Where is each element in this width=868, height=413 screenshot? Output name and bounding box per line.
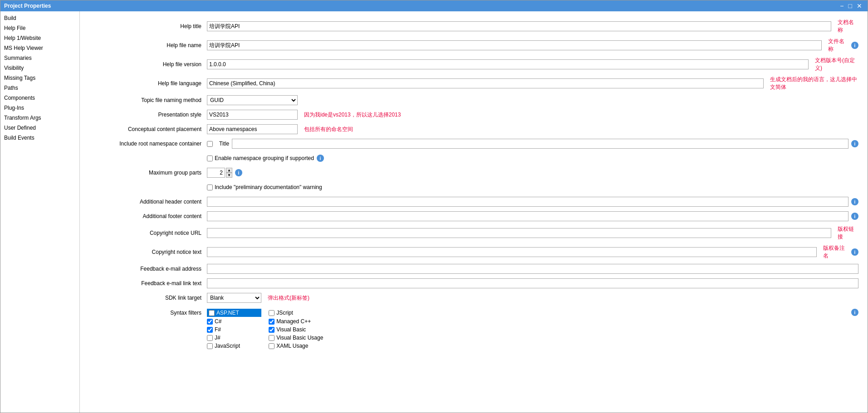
title-static-label: Title	[219, 141, 229, 147]
syntax-csharp-checkbox[interactable]	[207, 319, 213, 325]
sidebar-item-components[interactable]: Components	[0, 93, 79, 103]
include-preliminary-text: Include "preliminary documentation" warn…	[215, 184, 322, 190]
syntax-fsharp-checkbox[interactable]	[207, 327, 213, 333]
conceptual-placement-controls: 包括所有的命名空间	[207, 124, 858, 134]
syntax-xaml-usage-checkbox[interactable]	[269, 343, 275, 349]
help-file-version-input[interactable]	[207, 59, 809, 69]
sdk-link-target-controls: Blank Self Parent Top 弹出格式(新标签)	[207, 293, 858, 303]
help-file-name-row: Help file name 文件名称 i	[89, 38, 858, 53]
conceptual-placement-input[interactable]	[207, 124, 298, 134]
max-group-parts-row: Maximum group parts ▲ ▼ i	[89, 167, 858, 178]
minimize-button[interactable]: −	[838, 3, 845, 9]
sidebar-item-summaries[interactable]: Summaries	[0, 53, 79, 63]
enable-ns-grouping-checkbox[interactable]	[207, 155, 213, 161]
spinner-down-button[interactable]: ▼	[226, 173, 232, 178]
help-title-label: Help title	[89, 23, 207, 29]
include-preliminary-label: Include "preliminary documentation" warn…	[207, 184, 322, 190]
sidebar: Build Help File Help 1/Website MS Help V…	[0, 11, 80, 413]
maximize-button[interactable]: □	[847, 3, 854, 9]
sidebar-item-ms-help-viewer[interactable]: MS Help Viewer	[0, 43, 79, 53]
syntax-filters-label: Syntax filters	[89, 309, 207, 316]
syntax-aspnet-item: ASP.NET	[207, 309, 261, 317]
include-root-ns-checkbox[interactable]	[207, 141, 213, 147]
additional-footer-row: Additional footer content i	[89, 211, 858, 222]
title-bar: Project Properties − □ ✕	[0, 0, 868, 11]
syntax-aspnet-checkbox[interactable]	[209, 310, 215, 316]
syntax-jsharp-label: J#	[215, 335, 221, 341]
copyright-text-info-icon[interactable]: i	[851, 248, 858, 256]
sidebar-item-build[interactable]: Build	[0, 13, 79, 23]
sidebar-item-visibility[interactable]: Visibility	[0, 63, 79, 73]
sidebar-item-help-file[interactable]: Help File	[0, 23, 79, 33]
syntax-csharp-item: C#	[207, 318, 261, 325]
spinner-up-button[interactable]: ▲	[226, 168, 232, 173]
syntax-vb-checkbox[interactable]	[269, 327, 275, 333]
sidebar-item-user-defined[interactable]: User Defined	[0, 123, 79, 133]
copyright-url-input[interactable]	[207, 228, 831, 238]
additional-header-controls: i	[207, 197, 858, 207]
close-button[interactable]: ✕	[855, 3, 864, 9]
sidebar-item-transform-args[interactable]: Transform Args	[0, 113, 79, 123]
syntax-fsharp-label: F#	[215, 326, 221, 333]
syntax-jscript-label: JScript	[276, 310, 293, 316]
copyright-url-annotation: 版权链接	[838, 225, 858, 241]
topic-naming-select[interactable]: GUID Member Name Hashed Member Name	[207, 95, 298, 105]
feedback-email-row: Feedback e-mail address	[89, 263, 858, 274]
syntax-jscript-checkbox[interactable]	[269, 310, 275, 316]
copyright-text-label: Copyright notice text	[89, 249, 207, 255]
presentation-style-annotation: 因为我ide是vs2013，所以这儿选择2013	[304, 111, 401, 119]
copyright-text-input[interactable]	[207, 247, 817, 257]
include-root-ns-controls: Title i	[207, 139, 858, 149]
additional-footer-label: Additional footer content	[89, 213, 207, 219]
syntax-javascript-item: JavaScript	[207, 342, 261, 350]
sidebar-item-build-events[interactable]: Build Events	[0, 133, 79, 143]
syntax-filters-info-icon[interactable]: i	[851, 309, 858, 316]
conceptual-placement-annotation: 包括所有的命名空间	[304, 126, 353, 133]
syntax-managed-cpp-checkbox[interactable]	[269, 319, 275, 325]
syntax-jsharp-item: J#	[207, 334, 261, 341]
help-file-name-controls: 文件名称 i	[207, 38, 858, 53]
max-group-parts-input[interactable]	[207, 168, 225, 178]
syntax-javascript-checkbox[interactable]	[207, 343, 213, 349]
help-file-name-info-icon[interactable]: i	[851, 42, 858, 49]
include-preliminary-controls: Include "preliminary documentation" warn…	[207, 184, 858, 190]
title-input[interactable]	[232, 139, 848, 149]
sidebar-item-plug-ins[interactable]: Plug-Ins	[0, 103, 79, 113]
title-info-icon[interactable]: i	[851, 140, 858, 147]
syntax-xaml-usage-label: XAML Usage	[276, 343, 308, 349]
enable-ns-grouping-controls: Enable namespace grouping if supported i	[207, 155, 858, 162]
syntax-vb-usage-label: Visual Basic Usage	[276, 335, 323, 341]
presentation-style-row: Presentation style 因为我ide是vs2013，所以这儿选择2…	[89, 109, 858, 120]
sidebar-item-help1-website[interactable]: Help 1/Website	[0, 33, 79, 43]
help-file-language-input[interactable]	[207, 78, 764, 88]
help-file-name-input[interactable]	[207, 40, 822, 50]
syntax-jsharp-checkbox[interactable]	[207, 335, 213, 341]
additional-header-input[interactable]	[207, 197, 848, 207]
include-preliminary-checkbox[interactable]	[207, 185, 213, 190]
topic-naming-controls: GUID Member Name Hashed Member Name	[207, 95, 858, 105]
feedback-email-input[interactable]	[207, 264, 858, 274]
sidebar-item-missing-tags[interactable]: Missing Tags	[0, 73, 79, 83]
copyright-text-row: Copyright notice text 版权备注名 i	[89, 244, 858, 260]
additional-footer-input[interactable]	[207, 211, 848, 221]
help-title-input[interactable]	[207, 21, 831, 31]
additional-header-info-icon[interactable]: i	[851, 198, 858, 205]
syntax-fsharp-item: F#	[207, 326, 261, 333]
copyright-text-annotation: 版权备注名	[823, 244, 848, 260]
presentation-style-input[interactable]	[207, 110, 298, 120]
additional-footer-controls: i	[207, 211, 858, 221]
feedback-link-text-input[interactable]	[207, 278, 858, 288]
syntax-managed-cpp-label: Managed C++	[276, 318, 311, 325]
syntax-vb-usage-checkbox[interactable]	[269, 335, 275, 341]
include-root-ns-label: Include root namespace container	[89, 141, 207, 147]
syntax-vb-label: Visual Basic	[276, 326, 306, 333]
enable-ns-grouping-label: Enable namespace grouping if supported	[207, 155, 314, 161]
syntax-vb-usage-item: Visual Basic Usage	[269, 334, 323, 341]
additional-footer-info-icon[interactable]: i	[851, 213, 858, 220]
sdk-link-target-select[interactable]: Blank Self Parent Top	[207, 293, 261, 303]
enable-ns-grouping-info-icon[interactable]: i	[317, 155, 324, 162]
max-group-parts-controls: ▲ ▼ i	[207, 168, 858, 178]
copyright-text-controls: 版权备注名 i	[207, 244, 858, 260]
sidebar-item-paths[interactable]: Paths	[0, 83, 79, 93]
max-group-parts-info-icon[interactable]: i	[235, 169, 242, 176]
